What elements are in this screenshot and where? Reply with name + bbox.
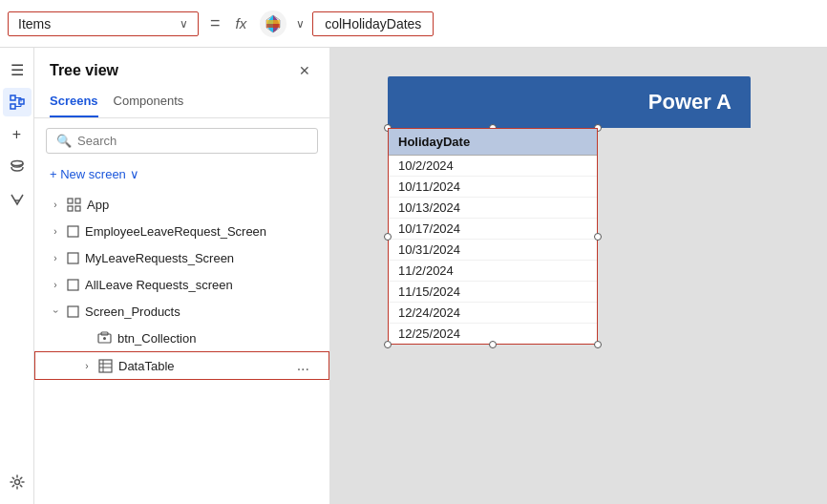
- control-icon: [97, 331, 112, 346]
- svg-rect-22: [99, 360, 112, 372]
- items-dropdown-label: Items: [18, 16, 172, 32]
- svg-point-8: [11, 161, 23, 166]
- power-apps-logo: [260, 10, 286, 37]
- myleave-screen-label: MyLeaveRequests_Screen: [85, 251, 314, 265]
- table-icon: [98, 359, 113, 373]
- svg-point-21: [103, 337, 106, 340]
- btn-collection-label: btn_Collection: [117, 331, 314, 346]
- tree-item-btn-collection[interactable]: btn_Collection: [34, 325, 329, 351]
- tree-view-icon[interactable]: [3, 88, 32, 116]
- selection-handle-bottom-left[interactable]: [384, 341, 392, 348]
- employee-screen-label: EmployeeLeaveRequest_Screen: [85, 224, 314, 239]
- tree-item-datatable[interactable]: › DataTable ...: [34, 351, 329, 380]
- more-options-icon[interactable]: ...: [293, 357, 313, 374]
- svg-rect-16: [68, 253, 78, 263]
- table-column-header: HolidayDate: [389, 129, 597, 156]
- screen-icon: [67, 252, 79, 264]
- fx-symbol: fx: [232, 15, 251, 32]
- table-row: 10/2/2024: [389, 156, 597, 177]
- table-row: 10/11/2024: [389, 177, 597, 198]
- screen-icon: [67, 305, 79, 318]
- items-dropdown[interactable]: Items ∨: [8, 11, 199, 36]
- top-bar: Items ∨ = fx ∨ colHolidayDates: [0, 0, 827, 48]
- selection-handle-bottom-mid[interactable]: [489, 341, 497, 348]
- table-row: 11/2/2024: [389, 261, 597, 282]
- tree-header: Tree view ✕: [34, 48, 329, 88]
- app-header: Power A: [388, 76, 751, 128]
- svg-rect-17: [68, 280, 78, 290]
- chevron-down-icon: ∨: [180, 17, 188, 31]
- app-label: App: [87, 198, 314, 212]
- new-screen-chevron-icon: ∨: [130, 167, 139, 181]
- tree-panel: Tree view ✕ Screens Components 🔍 + New s…: [34, 48, 330, 504]
- hamburger-menu-icon[interactable]: ☰: [3, 55, 32, 84]
- new-screen-button[interactable]: + New screen ∨: [34, 163, 329, 185]
- selection-handle-mid-right[interactable]: [594, 233, 602, 241]
- chevron-right-icon: ›: [50, 226, 61, 237]
- tab-screens[interactable]: Screens: [50, 88, 98, 117]
- chevron-right-icon: ›: [50, 200, 61, 210]
- formula-bar[interactable]: colHolidayDates: [312, 11, 434, 36]
- search-icon: 🔍: [56, 134, 72, 148]
- tree-close-button[interactable]: ✕: [295, 61, 314, 80]
- settings-icon[interactable]: [3, 468, 32, 496]
- table-row: 12/24/2024: [389, 303, 597, 324]
- datatable-selection-container: HolidayDate 10/2/2024 10/11/2024 10/13/2…: [388, 128, 770, 345]
- tree-item-app[interactable]: › App: [34, 191, 329, 218]
- selection-handle-mid-left[interactable]: [384, 233, 392, 241]
- tree-item-screen-products[interactable]: › Screen_Products: [34, 298, 329, 325]
- tree-item-employee-screen[interactable]: › EmployeeLeaveRequest_Screen: [34, 218, 329, 244]
- left-sidebar-icons: ☰ +: [0, 48, 34, 504]
- new-screen-label: + New screen: [50, 167, 126, 181]
- datatable-label: DataTable: [118, 359, 287, 373]
- equals-symbol: =: [206, 13, 224, 33]
- screen-products-label: Screen_Products: [85, 304, 314, 319]
- tree-search-box[interactable]: 🔍: [46, 128, 318, 154]
- screen-icon: [67, 279, 79, 291]
- table-row: 10/17/2024: [389, 219, 597, 240]
- chevron-right-icon: ›: [50, 253, 61, 263]
- app-icon: [67, 198, 81, 212]
- add-icon[interactable]: +: [3, 120, 32, 149]
- chevron-right-icon: ›: [50, 280, 61, 290]
- logo-chevron-icon[interactable]: ∨: [296, 17, 305, 31]
- canvas-inner: Power A HolidayDate 10/2/2024 10/11/2024…: [388, 76, 770, 345]
- screen-icon: [67, 225, 79, 238]
- main-area: ☰ +: [0, 48, 827, 504]
- svg-rect-11: [68, 199, 73, 203]
- tree-tabs: Screens Components: [34, 88, 329, 118]
- canvas-area: Power A HolidayDate 10/2/2024 10/11/2024…: [330, 48, 827, 504]
- tree-item-myleave-screen[interactable]: › MyLeaveRequests_Screen: [34, 244, 329, 271]
- selection-handle-bottom-right[interactable]: [594, 341, 602, 348]
- holiday-data-table[interactable]: HolidayDate 10/2/2024 10/11/2024 10/13/2…: [388, 128, 598, 345]
- svg-rect-1: [11, 95, 15, 100]
- tree-items-list: › App › EmployeeLeaveRequest_Screen: [34, 189, 329, 504]
- chevron-right-icon: ›: [81, 361, 93, 371]
- svg-rect-18: [68, 306, 78, 317]
- chevron-down-icon: ›: [51, 305, 61, 317]
- search-input[interactable]: [77, 134, 307, 148]
- svg-point-10: [14, 480, 19, 485]
- svg-rect-14: [75, 206, 80, 211]
- tree-title: Tree view: [50, 62, 118, 79]
- allleave-screen-label: AllLeave Requests_screen: [85, 278, 314, 292]
- svg-rect-15: [68, 226, 78, 237]
- table-row: 10/31/2024: [389, 240, 597, 261]
- data-icon[interactable]: [3, 153, 32, 181]
- tab-components[interactable]: Components: [114, 88, 184, 117]
- svg-rect-12: [75, 199, 80, 203]
- table-row: 11/15/2024: [389, 282, 597, 303]
- tree-item-allleave-screen[interactable]: › AllLeave Requests_screen: [34, 271, 329, 298]
- table-row: 10/13/2024: [389, 198, 597, 219]
- svg-rect-2: [11, 104, 15, 109]
- svg-rect-13: [68, 206, 73, 211]
- variables-icon[interactable]: [3, 185, 32, 214]
- formula-text: colHolidayDates: [325, 16, 421, 32]
